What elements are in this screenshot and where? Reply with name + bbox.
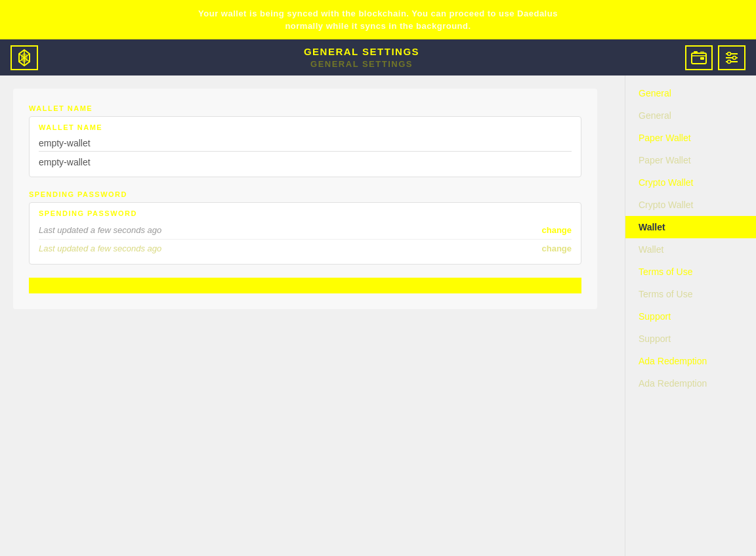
banner-text-line2: normally while it syncs in the backgroun…	[285, 20, 471, 33]
sidebar-item-ada-redemption[interactable]: Ada Redemption	[625, 350, 756, 372]
save-button[interactable]	[29, 278, 581, 293]
wallet-name-input-wrapper: WALLET NAME	[29, 116, 581, 177]
svg-rect-7	[694, 51, 698, 54]
settings-nav-button[interactable]	[718, 45, 746, 70]
sidebar-item-ada-redemption-shadow: Ada Redemption	[625, 372, 756, 395]
svg-point-12	[728, 52, 731, 55]
sidebar-item-terms-of-use[interactable]: Terms of Use	[625, 261, 756, 283]
sidebar-item-general[interactable]: General	[625, 82, 756, 104]
sidebar-item-paper-wallet-label: Paper Wallet	[639, 133, 691, 143]
sidebar-item-support[interactable]: Support	[625, 305, 756, 328]
spending-password-outer-label: SPENDING PASSWORD	[29, 190, 581, 198]
sidebar-item-paper-wallet-shadow: Paper Wallet	[625, 149, 756, 171]
banner-text-line1: Your wallet is being synced with the blo…	[198, 7, 558, 20]
wallet-name-outer-label: WALLET NAME	[29, 104, 581, 112]
sidebar-item-wallet-label: Wallet	[639, 222, 665, 232]
sidebar-item-wallet[interactable]: Wallet	[625, 216, 756, 238]
logo-area	[10, 45, 38, 70]
sidebar-item-general-label: General	[639, 88, 671, 98]
sidebar-item-support-label: Support	[639, 311, 671, 322]
navbar-title1: GENERAL SETTINGS	[304, 45, 419, 58]
sidebar-item-terms-shadow: Terms of Use	[625, 283, 756, 305]
wallet-name-inner-label: WALLET NAME	[39, 123, 572, 131]
wallet-name-input2[interactable]	[39, 154, 572, 170]
svg-point-14	[728, 60, 731, 63]
settings-card: WALLET NAME WALLET NAME SPENDING PASSWOR…	[13, 89, 597, 309]
sidebar-item-wallet-shadow: Wallet	[625, 238, 756, 261]
sidebar-item-support-shadow: Support	[625, 328, 756, 350]
wallet-name-input1[interactable]	[39, 135, 572, 152]
spending-password-section: SPENDING PASSWORD SPENDING PASSWORD Last…	[29, 190, 581, 265]
spending-row-2-text: Last updated a few seconds ago	[39, 244, 161, 253]
spending-row-2: Last updated a few seconds ago change	[39, 240, 572, 257]
sidebar-item-crypto-wallet-shadow: Crypto Wallet	[625, 194, 756, 216]
navbar-title2: GENERAL SETTINGS	[310, 58, 413, 70]
svg-rect-8	[700, 51, 704, 54]
change-password-button-1[interactable]: change	[541, 225, 572, 235]
sidebar-item-crypto-wallet-label: Crypto Wallet	[639, 177, 694, 188]
top-banner: Your wallet is being synced with the blo…	[0, 0, 756, 39]
navbar-actions	[685, 45, 746, 70]
svg-point-13	[733, 56, 736, 59]
sidebar-item-ada-redemption-label: Ada Redemption	[639, 356, 707, 366]
spending-password-inner-label: SPENDING PASSWORD	[39, 209, 572, 217]
wallet-name-section: WALLET NAME WALLET NAME	[29, 104, 581, 177]
spending-input-wrapper: SPENDING PASSWORD Last updated a few sec…	[29, 202, 581, 265]
content-area: WALLET NAME WALLET NAME SPENDING PASSWOR…	[0, 75, 625, 556]
main-layout: WALLET NAME WALLET NAME SPENDING PASSWOR…	[0, 75, 756, 556]
wallet-nav-button[interactable]	[685, 45, 713, 70]
svg-rect-6	[700, 57, 704, 60]
sidebar: General General Paper Wallet Paper Walle…	[625, 75, 756, 556]
spending-row-1-text: Last updated a few seconds ago	[39, 225, 161, 235]
change-password-button-2[interactable]: change	[541, 244, 572, 253]
sidebar-item-general-shadow: General	[625, 104, 756, 127]
spending-row-1: Last updated a few seconds ago change	[39, 221, 572, 240]
navbar: GENERAL SETTINGS GENERAL SETTINGS	[0, 39, 756, 75]
sidebar-item-paper-wallet[interactable]: Paper Wallet	[625, 127, 756, 149]
logo-icon[interactable]	[10, 45, 38, 70]
navbar-title-area: GENERAL SETTINGS GENERAL SETTINGS	[38, 45, 685, 70]
sidebar-item-crypto-wallet[interactable]: Crypto Wallet	[625, 171, 756, 194]
sidebar-item-terms-label: Terms of Use	[639, 267, 692, 277]
